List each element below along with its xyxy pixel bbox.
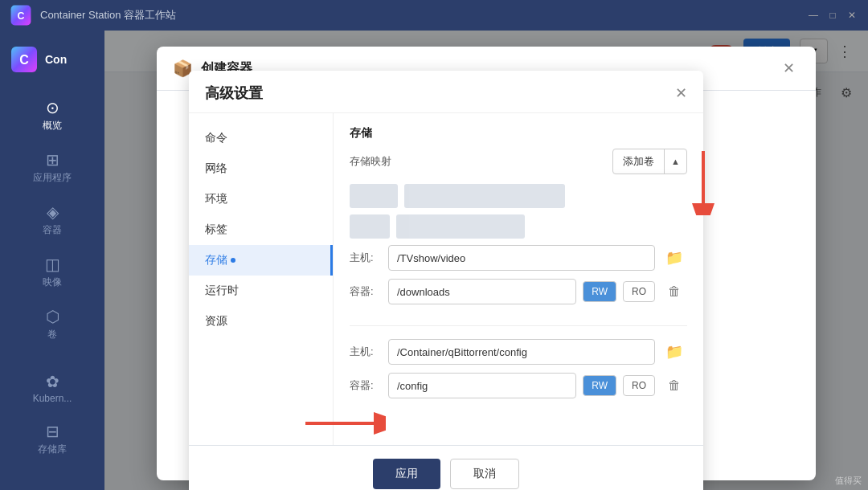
close-btn[interactable]: ✕	[845, 9, 858, 22]
outer-modal: 📦 创建容器 ✕ 高级设置	[157, 47, 816, 480]
nav-item-labels[interactable]: 标签	[189, 214, 333, 245]
minimize-btn[interactable]: —	[807, 9, 820, 22]
blurred-row-1	[350, 184, 687, 208]
sidebar-item-label-apps: 应用程序	[33, 171, 72, 185]
advanced-modal-body: 命令 网络 环境 标签 存储 运行时 资源	[189, 113, 703, 445]
nav-dot	[231, 258, 235, 263]
sidebar-item-volumes[interactable]: ⬡ 卷	[0, 299, 104, 351]
nav-item-runtime[interactable]: 运行时	[189, 276, 333, 306]
advanced-modal-title: 高级设置	[205, 84, 263, 103]
app-logo: C	[10, 4, 32, 27]
ro-button-1[interactable]: RO	[623, 281, 655, 302]
cancel-button[interactable]: 取消	[450, 459, 519, 489]
watermark: 值得买	[835, 475, 862, 487]
sidebar-item-apps[interactable]: ⊞ 应用程序	[0, 142, 104, 194]
folder-browse-btn-2[interactable]: 📁	[661, 339, 687, 365]
container-row-2: 容器: RW RO 🗑	[350, 373, 687, 398]
nav-item-resources[interactable]: 资源	[189, 306, 333, 337]
sidebar-item-label-images: 映像	[43, 276, 62, 289]
nav-item-storage[interactable]: 存储	[189, 245, 333, 276]
blurred-cell-2a	[350, 214, 390, 239]
container-input-2[interactable]	[388, 373, 576, 398]
advanced-settings-modal: 高级设置 ✕ 命令 网络 环境 标签 存储	[189, 71, 703, 490]
sidebar-item-kubernetes[interactable]: ✿ Kubern...	[0, 364, 104, 414]
folder-browse-btn-1[interactable]: 📁	[661, 245, 687, 271]
sidebar: C Con ⊙ 概览 ⊞ 应用程序 ◈ 容器 ◫ 映像 ⬡ 卷	[0, 31, 104, 490]
images-icon: ◫	[45, 256, 60, 272]
sidebar-item-containers[interactable]: ◈ 容器	[0, 194, 104, 247]
host-label-1: 主机:	[350, 251, 382, 265]
sidebar-item-label-kubernetes: Kubern...	[33, 393, 72, 404]
host-row-2: 主机: 📁	[350, 339, 687, 365]
rw-button-1[interactable]: RW	[583, 281, 616, 302]
kubernetes-icon: ✿	[46, 374, 59, 390]
sidebar-item-label-registry: 存储库	[38, 443, 67, 456]
add-volume-dropdown-arrow[interactable]: ▲	[665, 152, 686, 171]
container-row-1: 容器: RW RO 🗑	[350, 279, 687, 304]
registry-icon: ⊟	[46, 423, 59, 439]
advanced-modal-nav: 命令 网络 环境 标签 存储 运行时 资源	[189, 113, 334, 445]
sidebar-item-label-overview: 概览	[43, 119, 62, 133]
blurred-cell-1a	[350, 184, 398, 208]
nav-item-command[interactable]: 命令	[189, 123, 333, 153]
blurred-cell-2b	[396, 214, 525, 239]
apps-icon: ⊞	[46, 152, 59, 168]
delete-row-1-btn[interactable]: 🗑	[661, 279, 687, 304]
host-input-2[interactable]	[388, 339, 655, 365]
modal-overlay: 📦 创建容器 ✕ 高级设置	[104, 31, 868, 490]
title-bar: C Container Station 容器工作站 — □ ✕	[0, 0, 868, 31]
sidebar-app-name: Con	[45, 53, 67, 66]
svg-text:C: C	[19, 53, 29, 67]
main-content: 10+ 创建 ▼ ⋮ 操作 ⚙ 📦 创建	[104, 31, 868, 490]
advanced-modal-storage-content: 存储 存储映射 添加卷 ▲ 添加卷	[334, 113, 703, 445]
sidebar-item-images[interactable]: ◫ 映像	[0, 247, 104, 299]
container-input-1[interactable]	[388, 279, 576, 304]
apply-button[interactable]: 应用	[373, 459, 440, 489]
app-body: C Con ⊙ 概览 ⊞ 应用程序 ◈ 容器 ◫ 映像 ⬡ 卷	[0, 31, 868, 490]
container-label-1: 容器:	[350, 284, 382, 299]
storage-group-2: 主机: 📁 容器: RW RO 🗑	[350, 339, 687, 419]
app-window: C Container Station 容器工作站 — □ ✕ C Con ⊙ …	[0, 0, 868, 490]
volumes-icon: ⬡	[46, 308, 59, 325]
container-label-2: 容器:	[350, 378, 382, 393]
nav-item-environment[interactable]: 环境	[189, 184, 333, 214]
sidebar-item-label-volumes: 卷	[47, 328, 57, 341]
ro-button-2[interactable]: RO	[623, 375, 655, 396]
storage-section-title: 存储	[350, 126, 687, 141]
host-row-1: 主机: 📁	[350, 245, 687, 271]
window-controls: — □ ✕	[807, 9, 858, 22]
nav-storage-label: 存储	[205, 253, 227, 266]
svg-text:C: C	[18, 10, 25, 22]
outer-modal-close-button[interactable]: ✕	[778, 58, 800, 79]
sidebar-item-preferences[interactable]: ⚙ 偏好设置	[0, 479, 104, 490]
add-volume-btn-label[interactable]: 添加卷	[613, 149, 665, 174]
sidebar-item-registry[interactable]: ⊟ 存储库	[0, 414, 104, 466]
blurred-row-2	[350, 214, 687, 239]
sidebar-logo-area: C Con	[0, 39, 104, 90]
nav-item-network[interactable]: 网络	[189, 153, 333, 184]
blurred-cell-1b	[404, 184, 565, 208]
app-title: Container Station 容器工作站	[40, 8, 807, 22]
host-input-1[interactable]	[388, 245, 655, 271]
storage-mapping-label: 存储映射	[350, 154, 606, 169]
advanced-modal-footer: 应用 取消	[189, 445, 703, 490]
host-label-2: 主机:	[350, 345, 382, 359]
advanced-modal-close-button[interactable]: ✕	[675, 84, 687, 102]
delete-row-2-btn[interactable]: 🗑	[661, 373, 687, 398]
sidebar-logo: C	[10, 45, 39, 74]
overview-icon: ⊙	[46, 100, 59, 116]
advanced-modal-header: 高级设置 ✕	[189, 71, 703, 113]
add-volume-button[interactable]: 添加卷 ▲ 添加卷 从容器添加卷 绑定装载主机路径	[612, 149, 687, 174]
maximize-btn[interactable]: □	[826, 9, 839, 22]
sidebar-item-label-containers: 容器	[43, 223, 62, 237]
storage-group-1: 主机: 📁 容器: RW RO 🗑	[350, 245, 687, 326]
containers-icon: ◈	[47, 204, 59, 220]
storage-header: 存储映射 添加卷 ▲ 添加卷 从容器添加卷 绑定装载主机路径	[350, 149, 687, 174]
sidebar-item-overview[interactable]: ⊙ 概览	[0, 90, 104, 142]
rw-button-2[interactable]: RW	[583, 375, 616, 396]
